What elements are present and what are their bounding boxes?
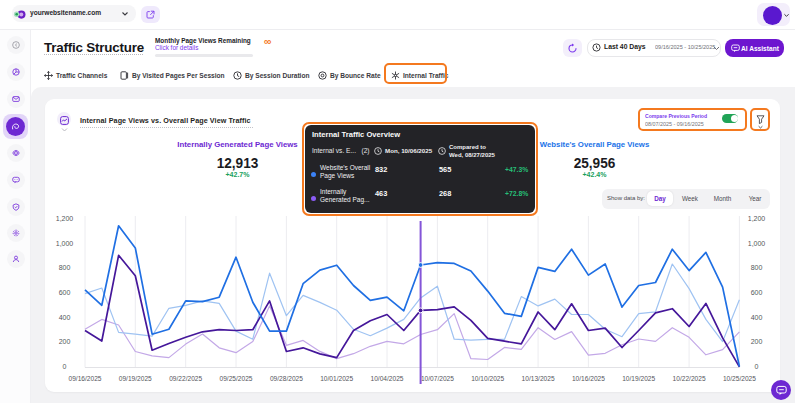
svg-text:09/19/2025: 09/19/2025 xyxy=(119,375,152,382)
svg-text:600: 600 xyxy=(59,289,71,296)
svg-text:10/10/2025: 10/10/2025 xyxy=(471,375,504,382)
svg-text:1,000: 1,000 xyxy=(748,240,766,247)
svg-text:400: 400 xyxy=(59,314,71,321)
svg-text:800: 800 xyxy=(59,264,71,271)
svg-text:0: 0 xyxy=(755,363,759,370)
svg-text:1,200: 1,200 xyxy=(748,215,766,222)
svg-text:10/01/2025: 10/01/2025 xyxy=(320,375,353,382)
svg-text:09/25/2025: 09/25/2025 xyxy=(219,375,252,382)
svg-text:400: 400 xyxy=(751,314,763,321)
svg-text:1,000: 1,000 xyxy=(56,240,74,247)
svg-text:800: 800 xyxy=(751,264,763,271)
svg-text:10/25/2025: 10/25/2025 xyxy=(723,375,756,382)
svg-text:09/28/2025: 09/28/2025 xyxy=(270,375,303,382)
svg-text:10/13/2025: 10/13/2025 xyxy=(522,375,555,382)
svg-text:09/16/2025: 09/16/2025 xyxy=(68,375,101,382)
svg-text:10/04/2025: 10/04/2025 xyxy=(370,375,403,382)
svg-text:600: 600 xyxy=(751,289,763,296)
svg-text:0: 0 xyxy=(63,363,67,370)
svg-text:200: 200 xyxy=(751,338,763,345)
svg-text:10/16/2025: 10/16/2025 xyxy=(572,375,605,382)
svg-text:10/19/2025: 10/19/2025 xyxy=(622,375,655,382)
svg-text:1,200: 1,200 xyxy=(56,215,74,222)
svg-text:09/22/2025: 09/22/2025 xyxy=(169,375,202,382)
svg-text:10/07/2025: 10/07/2025 xyxy=(421,375,454,382)
svg-text:10/22/2025: 10/22/2025 xyxy=(673,375,706,382)
svg-text:200: 200 xyxy=(59,338,71,345)
